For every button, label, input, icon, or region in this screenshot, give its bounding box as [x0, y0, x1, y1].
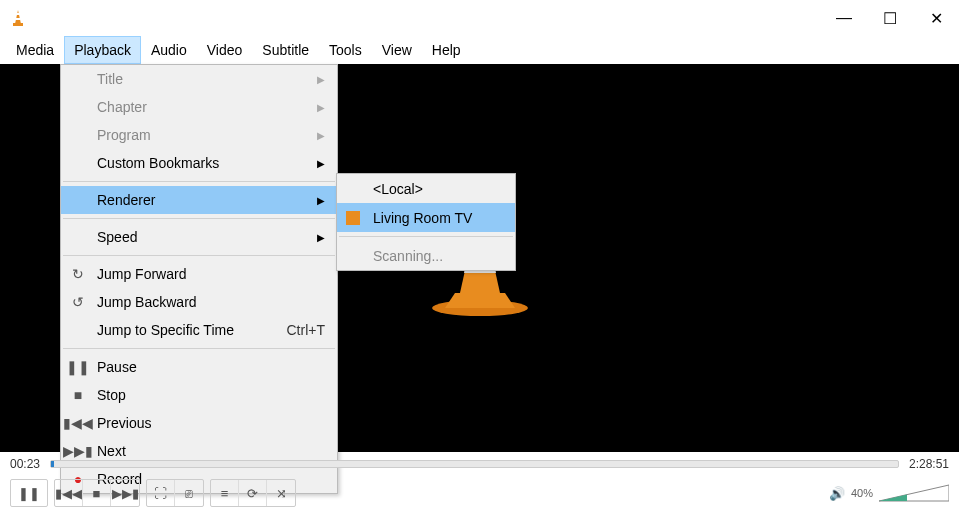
seek-fill: [51, 461, 54, 467]
loop-button[interactable]: ⟳: [239, 480, 267, 506]
svg-marker-5: [445, 293, 515, 308]
submenu-arrow-icon: ▶: [317, 130, 325, 141]
close-button[interactable]: ✕: [913, 0, 959, 36]
time-total: 2:28:51: [909, 457, 949, 471]
play-group: ❚❚: [10, 479, 48, 507]
svg-rect-1: [13, 23, 23, 26]
menu-shortcut: Ctrl+T: [287, 322, 326, 338]
menu-separator: [339, 236, 513, 237]
cast-device-icon: [345, 210, 361, 226]
nav-group: ▮◀◀ ■ ▶▶▮: [54, 479, 140, 507]
minimize-button[interactable]: —: [821, 0, 867, 36]
menu-label: Program: [97, 127, 151, 143]
menu-custom-bookmarks[interactable]: Custom Bookmarks▶: [61, 149, 337, 177]
fullscreen-icon: ⛶: [154, 486, 167, 501]
submenu-label: Living Room TV: [373, 210, 472, 226]
window-controls: — ☐ ✕: [821, 0, 959, 36]
vlc-cone-icon: [8, 8, 28, 28]
menu-speed[interactable]: Speed▶: [61, 223, 337, 251]
volume-percent: 40%: [851, 487, 873, 499]
submenu-arrow-icon: ▶: [317, 158, 325, 169]
menu-stop[interactable]: ■Stop: [61, 381, 337, 409]
menu-subtitle[interactable]: Subtitle: [252, 36, 319, 64]
menu-renderer[interactable]: Renderer▶: [61, 186, 337, 214]
playlist-group: ≡ ⟳ ⤨: [210, 479, 296, 507]
menu-media[interactable]: Media: [6, 36, 64, 64]
renderer-device[interactable]: Living Room TV: [337, 203, 515, 232]
jump-backward-icon: ↺: [69, 294, 87, 310]
svg-rect-2: [16, 13, 20, 15]
shuffle-button[interactable]: ⤨: [267, 480, 295, 506]
maximize-button[interactable]: ☐: [867, 0, 913, 36]
stop-icon: ■: [69, 387, 87, 403]
menu-separator: [63, 255, 335, 256]
menu-label: Custom Bookmarks: [97, 155, 219, 171]
previous-icon: ▮◀◀: [55, 486, 82, 501]
svg-rect-3: [16, 18, 21, 20]
svg-marker-0: [15, 10, 21, 24]
view-group: ⛶ ⎚: [146, 479, 204, 507]
menu-help[interactable]: Help: [422, 36, 471, 64]
previous-button[interactable]: ▮◀◀: [55, 480, 83, 506]
menu-jump-forward[interactable]: ↻Jump Forward: [61, 260, 337, 288]
playback-dropdown: Title▶ Chapter▶ Program▶ Custom Bookmark…: [60, 64, 338, 494]
renderer-local[interactable]: <Local>: [337, 174, 515, 203]
menu-separator: [63, 181, 335, 182]
menu-label: Jump Forward: [97, 266, 186, 282]
jump-forward-icon: ↻: [69, 266, 87, 282]
playlist-button[interactable]: ≡: [211, 480, 239, 506]
menu-tools[interactable]: Tools: [319, 36, 372, 64]
menu-label: Jump Backward: [97, 294, 197, 310]
menu-label: Stop: [97, 387, 126, 403]
extended-settings-button[interactable]: ⎚: [175, 480, 203, 506]
menu-chapter[interactable]: Chapter▶: [61, 93, 337, 121]
shuffle-icon: ⤨: [276, 486, 287, 501]
play-pause-button[interactable]: ❚❚: [11, 480, 47, 506]
volume-slider[interactable]: [879, 483, 949, 503]
renderer-scanning: Scanning...: [337, 241, 515, 270]
menu-label: Chapter: [97, 99, 147, 115]
menu-playback[interactable]: Playback: [64, 36, 141, 64]
previous-icon: ▮◀◀: [69, 415, 87, 431]
seek-slider[interactable]: [50, 460, 899, 468]
playback-controls: ❚❚ ▮◀◀ ■ ▶▶▮ ⛶ ⎚ ≡ ⟳ ⤨ 🔊 40%: [0, 474, 959, 512]
equalizer-icon: ⎚: [185, 486, 193, 501]
menu-pause[interactable]: ❚❚Pause: [61, 353, 337, 381]
menubar: Media Playback Audio Video Subtitle Tool…: [0, 36, 959, 64]
speaker-icon[interactable]: 🔊: [829, 486, 845, 501]
submenu-arrow-icon: ▶: [317, 74, 325, 85]
menu-view[interactable]: View: [372, 36, 422, 64]
menu-label: Renderer: [97, 192, 155, 208]
pause-icon: ❚❚: [69, 359, 87, 375]
stop-button[interactable]: ■: [83, 480, 111, 506]
titlebar-left: [8, 8, 36, 28]
menu-label: Speed: [97, 229, 137, 245]
menu-title[interactable]: Title▶: [61, 65, 337, 93]
stop-icon: ■: [93, 486, 101, 501]
submenu-arrow-icon: ▶: [317, 195, 325, 206]
menu-previous[interactable]: ▮◀◀Previous: [61, 409, 337, 437]
menu-separator: [63, 348, 335, 349]
pause-icon: ❚❚: [18, 486, 40, 501]
time-elapsed: 00:23: [10, 457, 40, 471]
submenu-label: <Local>: [373, 181, 423, 197]
menu-jump-to-time[interactable]: Jump to Specific TimeCtrl+T: [61, 316, 337, 344]
svg-rect-9: [346, 211, 360, 225]
menu-video[interactable]: Video: [197, 36, 253, 64]
playlist-icon: ≡: [221, 486, 229, 501]
menu-label: Jump to Specific Time: [97, 322, 234, 338]
submenu-arrow-icon: ▶: [317, 232, 325, 243]
menu-jump-backward[interactable]: ↺Jump Backward: [61, 288, 337, 316]
menu-label: Previous: [97, 415, 151, 431]
menu-audio[interactable]: Audio: [141, 36, 197, 64]
menu-label: Pause: [97, 359, 137, 375]
submenu-arrow-icon: ▶: [317, 102, 325, 113]
next-button[interactable]: ▶▶▮: [111, 480, 139, 506]
next-icon: ▶▶▮: [112, 486, 139, 501]
renderer-submenu: <Local> Living Room TV Scanning...: [336, 173, 516, 271]
time-bar: 00:23 2:28:51: [0, 454, 959, 474]
fullscreen-button[interactable]: ⛶: [147, 480, 175, 506]
menu-separator: [63, 218, 335, 219]
menu-program[interactable]: Program▶: [61, 121, 337, 149]
submenu-label: Scanning...: [373, 248, 443, 264]
